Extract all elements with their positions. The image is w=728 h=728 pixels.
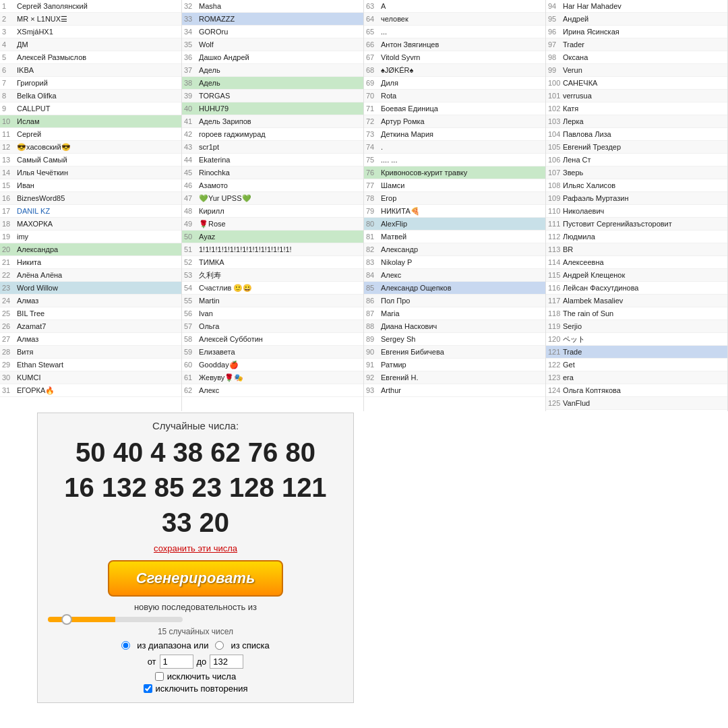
row-number: 11 — [2, 130, 17, 138]
row-name: Андрей — [563, 15, 588, 23]
list-item: 59Елизавета — [182, 346, 363, 359]
list-item: 57Ольга — [182, 320, 363, 333]
row-number: 74 — [366, 143, 381, 151]
list-item: 119Serjio — [546, 320, 727, 333]
row-number: 75 — [366, 156, 381, 164]
row-number: 37 — [184, 66, 199, 74]
list-item: 72Артур Ромка — [364, 115, 545, 128]
list-item: 91Ратмир — [364, 359, 545, 371]
list-item: 85Александр Ощепков — [364, 282, 545, 295]
exclude-repeats-checkbox[interactable] — [144, 684, 152, 693]
list-item: 93Arthur — [364, 384, 545, 397]
row-number: 31 — [2, 386, 17, 394]
row-name: Матвей — [381, 233, 406, 241]
row-number: 46 — [184, 181, 199, 189]
row-name: Har Har Mahadev — [563, 2, 621, 10]
row-number: 27 — [2, 335, 17, 343]
row-name: ЕГОРКА🔥 — [17, 386, 55, 395]
row-name: Trader — [563, 40, 584, 49]
row-number: 100 — [548, 79, 563, 87]
row-name: 久利寿 — [199, 270, 221, 280]
row-number: 107 — [548, 169, 563, 177]
row-number: 38 — [184, 79, 199, 87]
row-number: 15 — [2, 181, 17, 189]
list-item: 102Катя — [546, 102, 727, 115]
row-number: 62 — [184, 386, 199, 394]
row-name: 😎хасовский😎 — [17, 143, 71, 152]
row-name: Антон Звягинцев — [381, 40, 439, 49]
row-name: 💚Yur UPSS💚 — [199, 194, 251, 203]
row-number: 26 — [2, 322, 17, 330]
row-number: 44 — [184, 156, 199, 164]
list-item: 50Ayaz — [182, 231, 363, 243]
list-item: 108Ильяс Халисов — [546, 179, 727, 192]
radio-range[interactable] — [121, 641, 130, 650]
list-item: 48Кирилл — [182, 205, 363, 218]
row-name: Алекс — [381, 271, 401, 279]
row-number: 105 — [548, 143, 563, 151]
list-item: 80AlexFlip — [364, 218, 545, 231]
row-number: 49 — [184, 220, 199, 228]
row-number: 113 — [548, 245, 563, 253]
row-number: 10 — [2, 117, 17, 125]
row-number: 52 — [184, 258, 199, 266]
row-number: 125 — [548, 399, 563, 407]
row-name: Get — [563, 361, 575, 369]
list-item: 5Алексей Размыслов — [0, 51, 181, 64]
radio-list[interactable] — [215, 641, 224, 650]
list-item: 49🌹Rose — [182, 218, 363, 231]
list-item: 73Деткина Мария — [364, 128, 545, 141]
list-item: 125VanFlud — [546, 397, 727, 410]
list-item: 42гороев гаджимурад — [182, 128, 363, 141]
column-3: 63A64человек65...66Антон Звягинцев67Vito… — [364, 0, 546, 411]
random-panel: Случайные числа: 50 40 4 38 62 76 80 16 … — [37, 413, 354, 703]
row-name: человек — [381, 15, 408, 23]
row-number: 92 — [366, 373, 381, 382]
row-number: 3 — [2, 28, 17, 36]
list-item: 1Сергей Заполянский — [0, 0, 181, 13]
list-item: 46Азамото — [182, 179, 363, 192]
row-name: verrusua — [563, 92, 592, 100]
list-item: 117Alambek Masaliev — [546, 295, 727, 307]
row-name: Алмаз — [17, 335, 38, 343]
row-name: Maria — [381, 309, 400, 317]
list-item: 95Андрей — [546, 13, 727, 26]
list-item: 4ДМ — [0, 38, 181, 51]
list-item: 47💚Yur UPSS💚 — [182, 192, 363, 205]
row-number: 61 — [184, 373, 199, 382]
row-name: Trade — [563, 348, 582, 356]
row-number: 95 — [548, 15, 563, 23]
list-item: 109Рафаэль Муртазин — [546, 192, 727, 205]
row-name: ROMAZZZ — [199, 15, 235, 23]
row-number: 115 — [548, 271, 563, 279]
list-item: 53久利寿 — [182, 269, 363, 282]
count-slider[interactable] — [48, 617, 183, 622]
row-number: 80 — [366, 220, 381, 228]
row-number: 21 — [2, 258, 17, 266]
row-number: 13 — [2, 156, 17, 164]
radio-row: из диапазона или из списка — [48, 640, 343, 650]
list-item: 121Trade — [546, 346, 727, 359]
to-input[interactable] — [210, 655, 243, 669]
list-item: 24Алмаз — [0, 295, 181, 307]
row-name: Лейсан Фасхутдинова — [563, 284, 638, 292]
row-name: Витя — [17, 348, 33, 356]
row-number: 82 — [366, 245, 381, 253]
list-item: 11Сергей — [0, 128, 181, 141]
row-number: 119 — [548, 322, 563, 330]
row-name: Дашко Андрей — [199, 53, 249, 61]
exclude-numbers-checkbox[interactable] — [155, 672, 164, 681]
list-item: 63A — [364, 0, 545, 13]
row-name: Зверь — [563, 169, 583, 177]
row-number: 72 — [366, 117, 381, 125]
row-name: DANIL KZ — [17, 207, 50, 215]
generate-button[interactable]: Сгенерировать — [108, 560, 283, 597]
save-link[interactable]: сохранить эти числа — [48, 543, 343, 553]
from-input[interactable] — [160, 655, 193, 669]
row-number: 65 — [366, 28, 381, 36]
list-item: 107Зверь — [546, 166, 727, 179]
list-item: 67Vitold Syvrn — [364, 51, 545, 64]
list-item: 56Ivan — [182, 307, 363, 320]
row-number: 87 — [366, 309, 381, 317]
row-name: Алмаз — [17, 297, 38, 305]
